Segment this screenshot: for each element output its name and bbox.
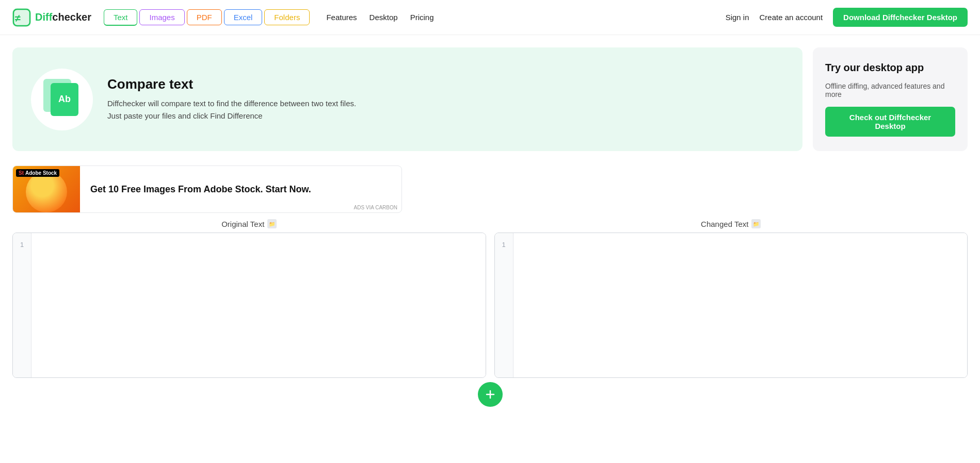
changed-line-1: 1 — [499, 239, 508, 251]
nav-right: Sign in Create an account Download Diffc… — [726, 8, 968, 27]
ad-content: Get 10 Free Images From Adobe Stock. Sta… — [80, 176, 354, 203]
nav-tab-text[interactable]: Text — [104, 9, 138, 26]
changed-text-label-wrap: Changed Text 📁 — [494, 219, 968, 228]
find-diff-icon — [485, 389, 496, 400]
hero-icon-wrap: Ab Ab — [31, 69, 93, 130]
diff-labels: Original Text 📁 Changed Text 📁 — [12, 219, 968, 228]
original-text-input[interactable] — [31, 233, 486, 377]
hero-description: Diffchecker will compare text to find th… — [107, 97, 356, 122]
find-difference-button[interactable] — [478, 382, 503, 407]
hero-sidebar: Try our desktop app Offline diffing, adv… — [813, 47, 968, 151]
original-text-label: Original Text — [221, 220, 264, 228]
nav-tab-pdf[interactable]: PDF — [187, 9, 222, 25]
changed-upload-icon[interactable]: 📁 — [751, 219, 761, 228]
ad-brand-label: St Adobe Stock — [16, 169, 59, 177]
nav-tab-folders[interactable]: Folders — [264, 9, 310, 25]
nav-tabs: Text Images PDF Excel Folders — [104, 9, 310, 26]
changed-line-numbers: 1 — [495, 233, 513, 377]
ad-image: St Adobe Stock — [13, 166, 80, 212]
sidebar-title: Try our desktop app — [825, 62, 924, 74]
diff-footer — [12, 382, 968, 407]
hero-text: Compare text Diffchecker will compare te… — [107, 76, 356, 122]
logo-icon: ≠ — [12, 8, 31, 27]
diff-section: Original Text 📁 Changed Text 📁 1 1 — [0, 219, 980, 419]
sidebar-description: Offline diffing, advanced features and m… — [825, 82, 955, 98]
create-account-link[interactable]: Create an account — [760, 13, 823, 22]
nav-link-features[interactable]: Features — [326, 13, 357, 22]
nav-tab-excel[interactable]: Excel — [224, 9, 263, 25]
navbar: ≠ Diffchecker Text Images PDF Excel Fold… — [0, 0, 980, 35]
ad-text: Get 10 Free Images From Adobe Stock. Sta… — [90, 184, 344, 195]
svg-text:≠: ≠ — [15, 12, 21, 24]
original-editor: 1 — [12, 233, 486, 378]
hero-title: Compare text — [107, 76, 356, 92]
ad-banner[interactable]: St Adobe Stock Get 10 Free Images From A… — [12, 166, 402, 213]
compare-text-icon: Ab Ab — [41, 79, 83, 120]
nav-link-desktop[interactable]: Desktop — [369, 13, 398, 22]
download-desktop-button[interactable]: Download Diffchecker Desktop — [833, 8, 968, 27]
changed-text-label: Changed Text — [701, 220, 748, 228]
logo-text: Diffchecker — [35, 11, 91, 23]
hero-section: Ab Ab Compare text Diffchecker will comp… — [0, 35, 980, 159]
file-icon-front: Ab — [51, 83, 78, 116]
nav-links: Features Desktop Pricing — [326, 13, 433, 22]
nav-link-pricing[interactable]: Pricing — [410, 13, 434, 22]
ad-footer: ADS VIA CARBON — [354, 205, 401, 212]
hero-main: Ab Ab Compare text Diffchecker will comp… — [12, 47, 802, 151]
changed-text-input[interactable] — [513, 233, 968, 377]
logo[interactable]: ≠ Diffchecker — [12, 8, 91, 27]
diff-editors: 1 1 — [12, 233, 968, 378]
check-out-desktop-button[interactable]: Check out Diffchecker Desktop — [825, 107, 955, 137]
ad-face-illustration — [26, 171, 67, 212]
original-upload-icon[interactable]: 📁 — [267, 219, 277, 228]
nav-tab-images[interactable]: Images — [139, 9, 184, 25]
original-line-numbers: 1 — [13, 233, 31, 377]
original-text-label-wrap: Original Text 📁 — [12, 219, 486, 228]
signin-link[interactable]: Sign in — [726, 13, 749, 22]
original-line-1: 1 — [17, 239, 27, 251]
changed-editor: 1 — [494, 233, 968, 378]
